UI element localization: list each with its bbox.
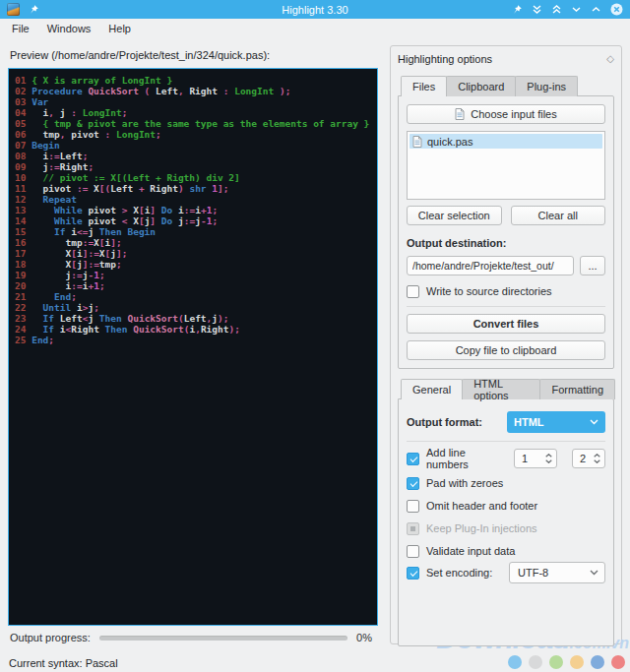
code-line: 11 pivot := X[(Left + Right) shr 1]; <box>15 183 377 194</box>
code-line: 22 Until i>j; <box>15 302 377 313</box>
code-listing: 01 { X is array of LongInt }02 Procedure… <box>15 75 377 345</box>
keep-plugin-checkbox <box>407 522 419 535</box>
pad-with-zeroes-checkbox[interactable] <box>407 477 419 490</box>
output-format-select[interactable]: HTML <box>507 411 605 433</box>
tab-plugins[interactable]: Plug-ins <box>515 76 578 96</box>
code-line: 17 X[i]:=X[j]; <box>15 248 377 259</box>
status-text: Current syntax: Pascal <box>9 657 118 669</box>
general-tab-panel: Output format: HTML Add line numbers 1 <box>398 398 614 646</box>
preview-label: Preview (/home/andre/Projekte/test_in/32… <box>10 49 270 61</box>
watermark-dot <box>529 655 542 669</box>
titlebar[interactable]: Highlight 3.30 <box>0 0 630 19</box>
choose-input-files-button[interactable]: Choose input files <box>407 104 605 124</box>
browse-button[interactable]: ... <box>580 256 605 275</box>
double-chevron-up-icon[interactable] <box>551 4 562 15</box>
diamond-icon: ◇ <box>606 54 614 64</box>
validate-input-checkbox[interactable] <box>407 545 419 558</box>
separator <box>407 306 605 307</box>
code-line: 12 Repeat <box>15 194 377 205</box>
group-title: Highlighting options <box>398 53 492 65</box>
menubar: File Windows Help <box>0 19 630 38</box>
code-line: 14 While pivot < X[j] Do j:=j-1; <box>15 215 377 226</box>
code-line: 05 { tmp & pivot are the same type as th… <box>15 118 377 129</box>
output-destination-label: Output destination: <box>407 237 605 250</box>
code-line: 21 End; <box>15 291 377 302</box>
pin-icon-right[interactable] <box>512 4 523 15</box>
document-icon <box>455 108 465 120</box>
write-to-source-label: Write to source directories <box>426 285 552 297</box>
code-line: 20 i:=i+1; <box>15 280 377 291</box>
menu-file[interactable]: File <box>3 21 38 36</box>
validate-input-label: Validate input data <box>426 545 515 557</box>
code-line: 13 While pivot > X[i] Do i:=i+1; <box>15 205 377 215</box>
watermark-dot <box>591 655 604 669</box>
line-number-start-stepper[interactable]: 1 <box>514 449 557 468</box>
line-number-width-stepper[interactable]: 2 <box>572 449 605 468</box>
keep-plugin-label: Keep Plug-In injections <box>426 522 537 534</box>
output-destination-input[interactable] <box>407 256 574 275</box>
clear-selection-button[interactable]: Clear selection <box>407 206 502 225</box>
code-line: 16 tmp:=X[i]; <box>15 237 377 248</box>
pad-with-zeroes-label: Pad with zeroes <box>426 477 503 489</box>
convert-files-button[interactable]: Convert files <box>407 314 605 334</box>
progress-bar <box>99 636 347 641</box>
watermark-dot <box>549 655 563 669</box>
tab-formatting[interactable]: Formatting <box>539 379 615 399</box>
code-line: 25 End; <box>15 335 377 345</box>
write-to-source-checkbox[interactable] <box>407 285 419 298</box>
menu-windows[interactable]: Windows <box>38 21 100 36</box>
highlighting-options-group: Highlighting options ◇ Files Clipboard P… <box>390 45 622 644</box>
document-icon <box>412 136 422 148</box>
set-encoding-label: Set encoding: <box>426 567 502 579</box>
clear-all-button[interactable]: Clear all <box>511 206 606 225</box>
chevron-down-icon[interactable] <box>571 4 582 15</box>
chevron-up-icon[interactable] <box>591 4 601 15</box>
encoding-select[interactable]: UTF-8 <box>509 562 605 583</box>
code-line: 09 j:=Right; <box>15 161 377 172</box>
input-file-list[interactable]: quick.pas <box>407 131 605 200</box>
code-line: 19 j:=j-1; <box>15 270 377 280</box>
format-tabs: General HTML options Formatting <box>401 379 614 399</box>
code-line: 02 Procedure QuickSort ( Left, Right : L… <box>15 86 377 96</box>
code-line: 08 i:=Left; <box>15 151 377 161</box>
code-line: 24 If i<Right Then QuickSort(i,Right); <box>15 324 377 335</box>
progress-label: Output progress: <box>10 632 91 643</box>
chevron-down-icon <box>590 570 598 576</box>
code-preview[interactable]: 01 { X is array of LongInt }02 Procedure… <box>8 68 378 626</box>
omit-header-checkbox[interactable] <box>407 500 419 513</box>
files-tab-panel: Choose input files quick.pas Clear selec… <box>398 95 614 369</box>
chevron-down-icon <box>590 419 598 425</box>
copy-to-clipboard-button[interactable]: Copy file to clipboard <box>407 340 605 360</box>
code-line: 15 If i<=j Then Begin <box>15 226 377 237</box>
separator <box>407 441 605 442</box>
app-window: Highlight 3.30 File Windows Help Preview… <box>0 0 630 672</box>
tab-clipboard[interactable]: Clipboard <box>446 76 516 96</box>
app-icon[interactable] <box>7 3 20 16</box>
output-format-label: Output format: <box>407 416 482 429</box>
double-chevron-down-icon[interactable] <box>532 4 542 15</box>
code-line: 06 tmp, pivot : LongInt; <box>15 129 377 140</box>
watermark-dot <box>570 655 584 669</box>
pin-icon[interactable] <box>29 4 39 15</box>
add-line-numbers-label: Add line numbers <box>426 447 507 470</box>
code-line: 18 X[j]:=tmp; <box>15 259 377 270</box>
watermark-dot <box>611 655 625 669</box>
spin-down-icon[interactable] <box>545 459 552 463</box>
add-line-numbers-checkbox[interactable] <box>407 453 419 465</box>
set-encoding-checkbox[interactable] <box>407 567 419 580</box>
spin-down-icon[interactable] <box>594 459 600 463</box>
input-tabs: Files Clipboard Plug-ins <box>401 76 614 96</box>
tab-files[interactable]: Files <box>401 76 447 96</box>
code-line: 01 { X is array of LongInt } <box>15 75 377 86</box>
close-icon[interactable] <box>610 3 623 16</box>
progress-percent: 0% <box>356 632 372 643</box>
code-line: 23 If Left<j Then QuickSort(Left,j); <box>15 313 377 324</box>
tab-html-options[interactable]: HTML options <box>462 379 540 399</box>
menu-help[interactable]: Help <box>99 21 140 36</box>
code-line: 04 i, j : LongInt; <box>15 107 377 118</box>
spin-up-icon[interactable] <box>545 454 552 458</box>
code-line: 10 // pivot := X[(Left + Rigth) div 2] <box>15 172 377 183</box>
spin-up-icon[interactable] <box>594 454 600 458</box>
list-item[interactable]: quick.pas <box>410 134 602 149</box>
tab-general[interactable]: General <box>401 379 463 399</box>
